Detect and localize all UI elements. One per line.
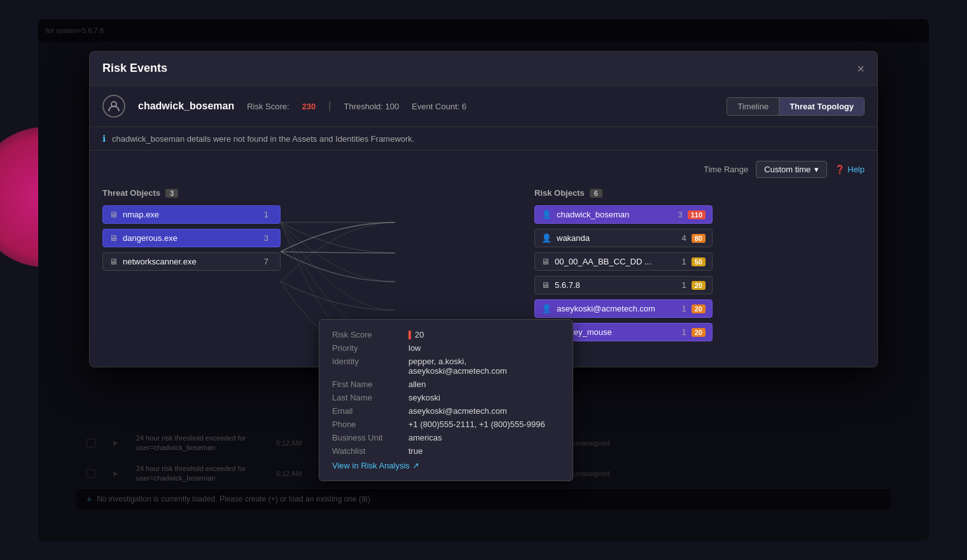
help-circle-icon: ❓ (835, 165, 845, 174)
tooltip-priority-label: Priority (332, 343, 408, 353)
view-in-risk-analysis-link[interactable]: View in Risk Analysis ↗ (332, 461, 560, 470)
view-link-label: View in Risk Analysis (332, 461, 410, 470)
tooltip-watchlist-label: Watchlist (332, 446, 408, 456)
risk-node-mac-box[interactable]: 🖥 00_00_AA_BB_CC_DD ... 1 50 (534, 252, 713, 271)
info-text: chadwick_boseman details were not found … (112, 134, 414, 144)
node-count-aseykoski: 1 (682, 304, 686, 313)
threshold-label: Threshold: 100 (344, 102, 400, 111)
tooltip-priority-value: low (408, 343, 560, 353)
node-count-wakanda: 4 (682, 233, 686, 243)
threat-node-dangerous-box[interactable]: 🖥 dangerous.exe 3 (102, 229, 281, 247)
tooltip-phone-row: Phone +1 (800)555-2111, +1 (800)555-9996 (332, 420, 560, 429)
modal-title: Risk Events (102, 62, 167, 75)
node-count-nmap: 1 (264, 210, 268, 219)
tooltip-business-unit-label: Business Unit (332, 433, 408, 442)
score-badge-mickey: 20 (692, 328, 706, 337)
user-info-bar: chadwick_boseman Risk Score: 230 | Thres… (90, 86, 877, 127)
help-button[interactable]: ❓ Help (835, 165, 865, 174)
node-name-networkscanner: networkscanner.exe (123, 257, 264, 266)
risk-objects-count: 6 (590, 189, 602, 198)
tooltip-risk-score-label: Risk Score (332, 330, 408, 339)
node-name-chadwick: chadwick_boseman (557, 210, 678, 219)
tooltip-email-value: aseykoski@acmetech.com (408, 406, 560, 416)
node-name-mickey: mickey_mouse (557, 327, 682, 337)
tooltip-risk-score-value: 20 (408, 330, 560, 339)
monitor-icon: 🖥 (109, 210, 118, 219)
risk-node-aseykoski: 👤 aseykoski@acmetech.com 1 20 (534, 299, 865, 318)
tooltip-lastname-label: Last Name (332, 393, 408, 402)
tooltip-priority-row: Priority low (332, 343, 560, 353)
username: chadwick_boseman (138, 100, 234, 112)
info-icon: ℹ (102, 133, 106, 144)
node-count-networkscanner: 7 (264, 257, 268, 266)
node-count-chadwick: 3 (678, 210, 682, 219)
risk-node-chadwick-box[interactable]: 👤 chadwick_boseman 3 110 (534, 205, 713, 224)
tooltip-identity-row: Identity pepper, a.koski, aseykoski@acme… (332, 357, 560, 376)
user-icon: 👤 (541, 210, 552, 219)
tooltip-lastname-row: Last Name seykoski (332, 393, 560, 402)
custom-time-button[interactable]: Custom time ▾ (756, 161, 827, 178)
avatar (102, 95, 125, 118)
node-count-dangerous: 3 (264, 233, 268, 243)
help-label: Help (847, 165, 865, 174)
score-badge-wakanda: 80 (692, 234, 706, 243)
user-icon: 👤 (541, 233, 552, 243)
node-name-wakanda: wakanda (557, 233, 682, 243)
risk-node-chadwick: 👤 chadwick_boseman 3 110 (534, 205, 865, 224)
risk-node-wakanda: 👤 wakanda 4 80 (534, 229, 865, 247)
node-count-mac: 1 (682, 257, 686, 266)
risk-node-mac: 🖥 00_00_AA_BB_CC_DD ... 1 50 (534, 252, 865, 271)
risk-node-aseykoski-box[interactable]: 👤 aseykoski@acmetech.com 1 20 (534, 299, 713, 318)
node-name-mac: 00_00_AA_BB_CC_DD ... (555, 257, 682, 266)
tooltip-identity-value: pepper, a.koski, aseykoski@acmetech.com (408, 357, 560, 376)
tab-timeline[interactable]: Timeline (727, 98, 779, 115)
tab-buttons: Timeline Threat Topology (727, 97, 865, 116)
risk-objects-title: Risk Objects (534, 188, 585, 198)
threat-node-dangerous: 🖥 dangerous.exe 3 (102, 229, 433, 247)
tooltip-firstname-label: First Name (332, 379, 408, 389)
threat-node-nmap-box[interactable]: 🖥 nmap.exe 1 (102, 205, 281, 224)
tooltip-firstname-value: allen (408, 379, 560, 389)
tooltip-business-unit-value: americas (408, 433, 560, 442)
tooltip-watchlist-row: Watchlist true (332, 446, 560, 456)
score-badge-aseykoski: 20 (692, 304, 706, 313)
topology-area: Time Range Custom time ▾ ❓ Help (90, 151, 877, 367)
tooltip-email-label: Email (332, 406, 408, 416)
score-bar (408, 331, 411, 339)
time-range-label: Time Range (704, 165, 748, 174)
tooltip-phone-label: Phone (332, 420, 408, 429)
tab-threat-topology[interactable]: Threat Topology (779, 98, 864, 115)
risk-node-ip: 🖥 5.6.7.8 1 20 (534, 276, 865, 294)
score-badge-chadwick: 110 (688, 210, 706, 219)
tooltip-risk-score-number: 20 (415, 330, 424, 339)
score-badge-ip: 20 (692, 281, 706, 290)
threat-objects-title: Threat Objects (102, 188, 160, 198)
monitor-icon: 🖥 (541, 257, 550, 266)
tooltip-popup: Risk Score 20 Priority low Identity pepp… (319, 319, 573, 481)
threat-node-networkscanner-box[interactable]: 🖥 networkscanner.exe 7 (102, 252, 281, 271)
monitor-icon: 🖥 (109, 233, 118, 243)
monitor-icon: 🖥 (109, 257, 118, 266)
modal-overlay: Risk Events × chadwick_boseman Risk Scor… (38, 19, 929, 541)
tooltip-phone-value: +1 (800)555-2111, +1 (800)555-9996 (408, 420, 560, 429)
node-name-aseykoski: aseykoski@acmetech.com (557, 304, 682, 313)
threat-objects-count: 3 (165, 189, 178, 198)
risk-node-ip-box[interactable]: 🖥 5.6.7.8 1 20 (534, 276, 713, 294)
tooltip-business-unit-row: Business Unit americas (332, 433, 560, 442)
external-link-icon: ↗ (412, 461, 419, 470)
threat-node-nmap: 🖥 nmap.exe 1 (102, 205, 433, 224)
user-icon: 👤 (541, 304, 552, 313)
tooltip-identity-label: Identity (332, 357, 408, 376)
event-count-label: Event Count: 6 (412, 102, 466, 111)
risk-objects-col: Risk Objects 6 👤 chadwick_boseman 3 110 (534, 188, 865, 346)
close-button[interactable]: × (857, 62, 865, 75)
risk-score-value: 230 (302, 102, 316, 111)
topology-controls: Time Range Custom time ▾ ❓ Help (102, 161, 865, 178)
risk-events-modal: Risk Events × chadwick_boseman Risk Scor… (89, 51, 878, 367)
tooltip-email-row: Email aseykoski@acmetech.com (332, 406, 560, 416)
node-name-dangerous: dangerous.exe (123, 233, 264, 243)
custom-time-label: Custom time (764, 165, 810, 174)
modal-header: Risk Events × (90, 51, 877, 86)
risk-score-label: Risk Score: (247, 102, 289, 111)
risk-node-wakanda-box[interactable]: 👤 wakanda 4 80 (534, 229, 713, 247)
